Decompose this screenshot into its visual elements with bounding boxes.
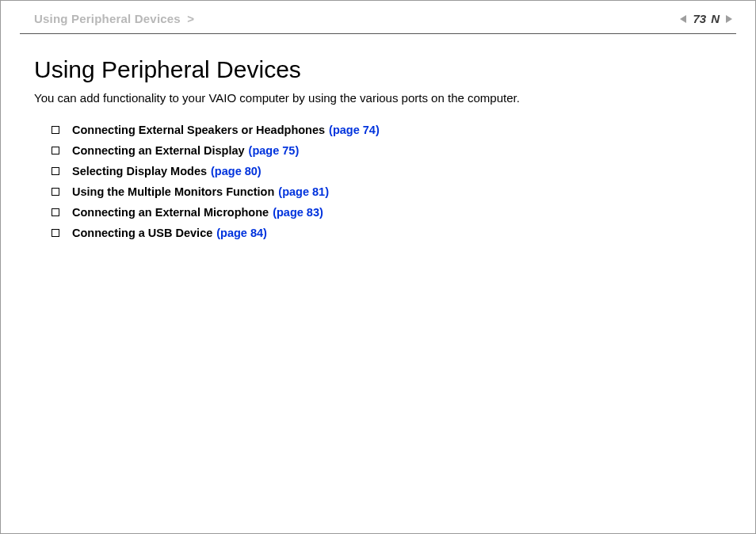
arrow-left-icon[interactable] bbox=[678, 13, 689, 25]
list-item-label: Connecting External Speakers or Headphon… bbox=[72, 124, 325, 136]
list-item: Connecting a USB Device (page 84) bbox=[52, 227, 722, 239]
breadcrumb: Using Peripheral Devices > bbox=[34, 12, 194, 25]
content-area: Using Peripheral Devices You can add fun… bbox=[1, 34, 755, 239]
header-bar: Using Peripheral Devices > 73 N bbox=[1, 1, 755, 32]
page-ref-link[interactable]: (page 80) bbox=[211, 165, 262, 177]
page-ref-link[interactable]: (page 81) bbox=[278, 185, 329, 198]
page-ref-link[interactable]: (page 74) bbox=[329, 124, 380, 136]
list-item: Connecting External Speakers or Headphon… bbox=[52, 124, 722, 136]
list-item: Connecting an External Display (page 75) bbox=[52, 144, 722, 157]
arrow-right-icon[interactable] bbox=[724, 13, 735, 25]
document-page: Using Peripheral Devices > 73 N Using Pe… bbox=[0, 0, 756, 534]
list-item: Connecting an External Microphone (page … bbox=[52, 206, 722, 219]
list-item-label: Connecting an External Display bbox=[72, 144, 245, 157]
page-number: 73 bbox=[693, 12, 706, 25]
page-ref-link[interactable]: (page 84) bbox=[216, 227, 267, 239]
square-bullet-icon bbox=[52, 147, 59, 154]
page-title: Using Peripheral Devices bbox=[34, 56, 722, 83]
list-item-label: Connecting a USB Device bbox=[72, 227, 212, 239]
square-bullet-icon bbox=[52, 229, 59, 237]
square-bullet-icon bbox=[52, 126, 59, 134]
intro-text: You can add functionality to your VAIO c… bbox=[34, 91, 722, 105]
chevron-right-icon: > bbox=[187, 12, 194, 25]
breadcrumb-text: Using Peripheral Devices bbox=[34, 12, 181, 25]
list-item-label: Selecting Display Modes bbox=[72, 165, 207, 177]
list-item-label: Using the Multiple Monitors Function bbox=[72, 185, 274, 198]
page-suffix: N bbox=[711, 12, 720, 25]
page-ref-link[interactable]: (page 75) bbox=[249, 144, 300, 157]
page-navigator[interactable]: 73 N bbox=[678, 12, 739, 25]
list-item: Using the Multiple Monitors Function (pa… bbox=[52, 185, 722, 198]
square-bullet-icon bbox=[52, 188, 59, 196]
list-item-label: Connecting an External Microphone bbox=[72, 206, 269, 219]
page-ref-link[interactable]: (page 83) bbox=[273, 206, 323, 219]
toc-list: Connecting External Speakers or Headphon… bbox=[34, 124, 722, 239]
list-item: Selecting Display Modes (page 80) bbox=[52, 165, 722, 177]
square-bullet-icon bbox=[52, 167, 59, 175]
square-bullet-icon bbox=[52, 208, 59, 216]
